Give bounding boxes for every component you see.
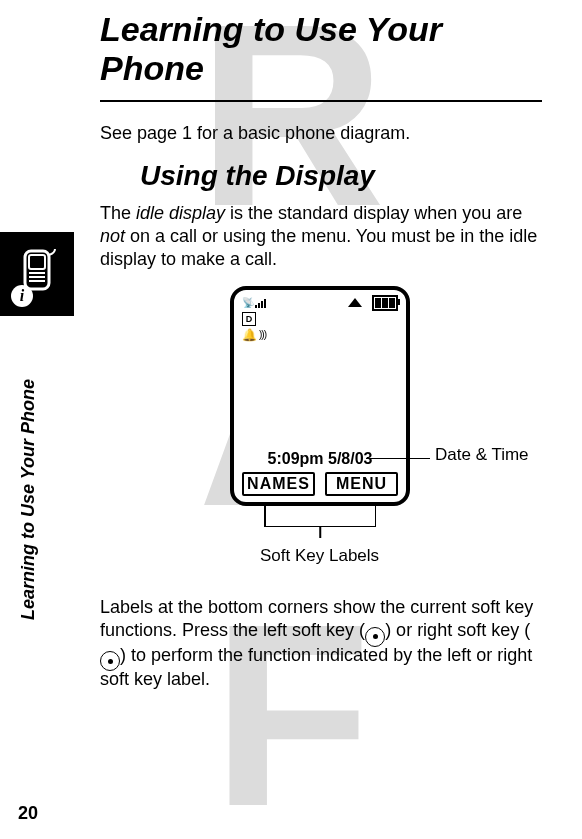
battery-icon [372,295,398,311]
status-bar: 📡 [242,296,398,310]
d-indicator-icon: D [242,312,256,326]
softkey-right: MENU [325,472,398,496]
signal-icon: 📡 [242,297,266,308]
status-bar-2: 🔔 ))) [242,328,398,342]
text-part: ) or right soft key ( [385,620,530,640]
intro-text: See page 1 for a basic phone diagram. [100,122,542,145]
text-part: The [100,203,136,223]
spine-label: Learning to Use Your Phone [18,379,39,620]
left-softkey-icon [365,627,385,647]
page-number: 20 [18,803,38,824]
callout-softkeys: Soft Key Labels [260,546,379,566]
phone-info-tab: i [0,232,74,316]
up-arrow-icon [348,298,362,307]
text-part: on a call or using the menu. You must be… [100,226,537,269]
bell-icon: 🔔 [242,328,257,342]
callout-text: Date & Time [435,445,529,464]
callout-date-time: Date & Time [435,446,529,465]
callout-line-datetime [366,458,430,460]
softkey-bracket [250,506,390,546]
info-icon: i [11,285,33,307]
not-term: not [100,226,125,246]
section-heading: Using the Display [140,160,542,192]
right-softkey-icon [100,651,120,671]
softkey-left: NAMES [242,472,315,496]
phone-icon: i [15,247,59,301]
page-title: Learning to Use Your Phone [100,10,542,88]
svg-rect-1 [29,255,45,269]
sound-waves-icon: ))) [259,329,266,340]
softkey-paragraph: Labels at the bottom corners show the cu… [100,596,542,692]
idle-display-paragraph: The idle display is the standard display… [100,202,542,272]
title-rule [100,100,542,102]
text-part: ) to perform the function indicated by t… [100,645,532,690]
callout-text: Soft Key Labels [260,546,379,565]
softkey-row: NAMES MENU [242,472,398,496]
display-diagram: 📡 D 🔔 ))) 5:09pm 5/8/03 NAMES MENU [100,286,542,586]
text-part: is the standard display when you are [225,203,522,223]
idle-display-term: idle display [136,203,225,223]
phone-screen-mockup: 📡 D 🔔 ))) 5:09pm 5/8/03 NAMES MENU [230,286,410,506]
